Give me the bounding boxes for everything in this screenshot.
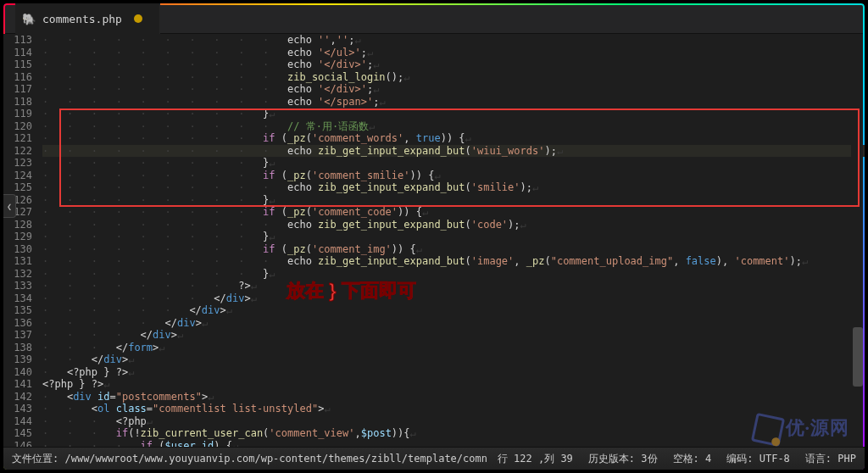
status-file-path[interactable]: 文件位置: /www/wwwroot/www.youyuanvip.com/wp…: [12, 452, 487, 466]
status-history[interactable]: 历史版本: 3份: [588, 452, 658, 466]
status-bar: 文件位置: /www/wwwroot/www.youyuanvip.com/wp…: [3, 447, 865, 470]
code-content[interactable]: · · · · · · · · · · echo '','';↵· · · · …: [42, 34, 865, 452]
php-file-icon: 🐘: [22, 13, 36, 25]
tab-bar: 🐘 comments.php: [3, 3, 865, 34]
status-indent[interactable]: 空格: 4: [673, 452, 712, 466]
unsaved-indicator-icon: [134, 14, 142, 23]
status-cursor-position[interactable]: 行 122 ,列 39: [498, 452, 573, 466]
editor-window: 🐘 comments.php 1131141151161171181191201…: [3, 3, 865, 470]
sidebar-expand-handle[interactable]: ❮: [3, 194, 16, 218]
line-number-gutter: 1131141151161171181191201211221231241251…: [3, 34, 42, 452]
tab-filename: comments.php: [42, 13, 122, 25]
scrollbar-thumb[interactable]: [853, 327, 863, 387]
status-language[interactable]: 语言: PHP: [805, 452, 856, 466]
scrollbar-track[interactable]: [851, 64, 863, 454]
editor-area[interactable]: 1131141151161171181191201211221231241251…: [3, 34, 865, 452]
status-encoding[interactable]: 编码: UTF-8: [726, 452, 790, 466]
tab-comments-php[interactable]: 🐘 comments.php: [15, 3, 160, 34]
